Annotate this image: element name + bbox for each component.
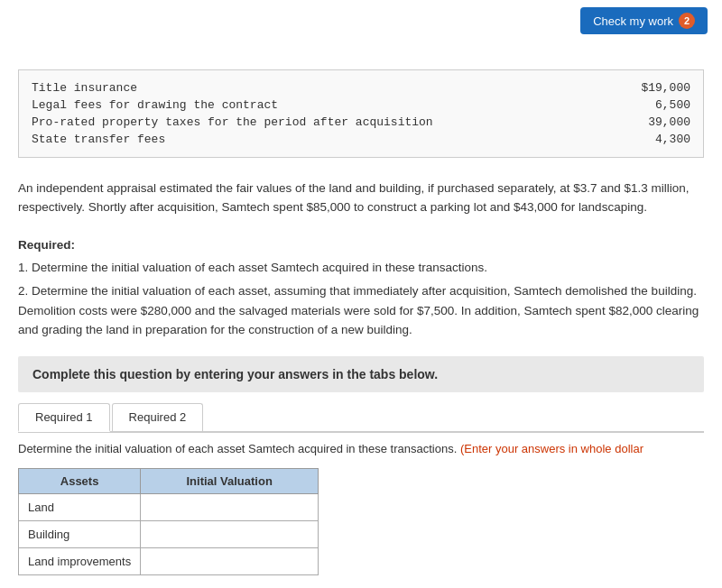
asset-land-improvements-input[interactable] [150, 553, 309, 570]
check-badge: 2 [679, 13, 695, 29]
tab-required-1[interactable]: Required 1 [18, 403, 110, 432]
fee-value-3: 39,000 [618, 115, 690, 129]
fee-value-2: 6,500 [618, 98, 690, 112]
assets-table-wrapper: Assets Initial Valuation Land Building L… [18, 468, 704, 575]
asset-land-value[interactable] [141, 493, 319, 520]
required-section: Required: 1. Determine the initial valua… [0, 226, 722, 345]
asset-land-improvements-value[interactable] [141, 547, 319, 574]
table-row: Land [19, 493, 319, 520]
determine-main-text: Determine the initial valuation of each … [18, 442, 460, 455]
fee-label-3: Pro-rated property taxes for the period … [32, 115, 618, 129]
table-row: Land improvements [19, 547, 319, 574]
asset-land-improvements-label: Land improvements [19, 547, 141, 574]
fee-row-2: Legal fees for drawing the contract 6,50… [32, 96, 690, 114]
fee-label-2: Legal fees for drawing the contract [32, 98, 618, 112]
assets-column-header: Assets [19, 468, 141, 493]
table-row: Building [19, 520, 319, 547]
fee-label-4: State transfer fees [32, 133, 618, 146]
fee-value-1: $19,000 [618, 81, 690, 95]
asset-building-value[interactable] [141, 520, 319, 547]
fee-table-wrapper: Title insurance $19,000 Legal fees for d… [18, 69, 704, 158]
fee-label-1: Title insurance [32, 81, 618, 95]
fee-row-4: State transfer fees 4,300 [32, 131, 690, 148]
tabs-container: Required 1 Required 2 [18, 403, 704, 432]
asset-land-label: Land [19, 493, 141, 520]
fee-row-1: Title insurance $19,000 [32, 79, 690, 96]
assets-table: Assets Initial Valuation Land Building L… [18, 468, 319, 575]
tab-required-2[interactable]: Required 2 [112, 403, 204, 431]
fee-value-4: 4,300 [618, 133, 690, 146]
asset-building-label: Building [19, 520, 141, 547]
determine-highlight-text: (Enter your answers in whole dollar [460, 442, 643, 455]
tab-row: Required 1 Required 2 [18, 403, 704, 432]
truncated-content [0, 41, 722, 62]
description-text: An independent appraisal estimated the f… [0, 170, 722, 226]
asset-land-input[interactable] [150, 499, 309, 516]
determine-text-wrapper: Determine the initial valuation of each … [18, 432, 704, 461]
check-my-work-label: Check my work [593, 14, 673, 28]
check-my-work-button[interactable]: Check my work 2 [580, 7, 708, 34]
top-bar: Check my work 2 [0, 0, 722, 41]
required-item-2: 2. Determine the initial valuation of ea… [18, 281, 704, 340]
complete-question-box: Complete this question by entering your … [18, 356, 704, 392]
required-header: Required: [18, 238, 75, 252]
asset-building-input[interactable] [150, 526, 309, 543]
fee-row-3: Pro-rated property taxes for the period … [32, 114, 690, 131]
required-item-1: 1. Determine the initial valuation of ea… [18, 258, 704, 278]
initial-valuation-column-header: Initial Valuation [141, 468, 319, 493]
complete-box-text: Complete this question by entering your … [32, 367, 438, 381]
